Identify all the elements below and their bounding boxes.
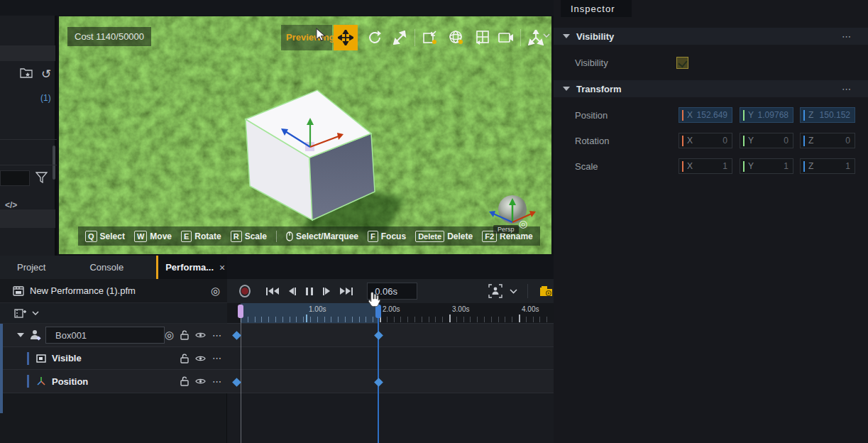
- section-transform[interactable]: Transform ⋯: [554, 80, 868, 97]
- gizmo-settings-icon[interactable]: ◎: [519, 218, 527, 229]
- track-name-input[interactable]: Box001: [45, 327, 165, 344]
- scale-tool-button[interactable]: [388, 25, 412, 50]
- skip-to-start-button[interactable]: [266, 288, 279, 295]
- move-tool-button[interactable]: [334, 25, 358, 50]
- history-icon[interactable]: ↺: [41, 67, 51, 82]
- position-z-field[interactable]: Z 150.152: [800, 107, 855, 123]
- ruler-label: 3.00s: [452, 305, 469, 313]
- step-forward-button[interactable]: [323, 288, 330, 295]
- sidebar-list-item[interactable]: [0, 209, 55, 228]
- axis-x-colorbar: [682, 161, 683, 172]
- scale-y-field[interactable]: Y 1: [740, 158, 793, 174]
- divider: [0, 165, 57, 165]
- top-strip: [0, 0, 554, 16]
- collapse-arrow-icon[interactable]: [563, 87, 570, 91]
- position-y-field[interactable]: Y 1.09768: [740, 107, 793, 123]
- chevron-down-icon[interactable]: [543, 33, 550, 38]
- axis-z-colorbar: [803, 161, 805, 172]
- skip-to-end-button[interactable]: [340, 288, 353, 295]
- unlock-icon[interactable]: [180, 330, 189, 340]
- target-icon[interactable]: ◎: [165, 329, 174, 341]
- eye-icon[interactable]: [195, 332, 206, 339]
- track-row-visible[interactable]: Visible ⋯: [0, 347, 227, 370]
- playback-toolbar: 0.06s: [227, 279, 554, 303]
- section-visibility[interactable]: Visibility ⋯: [554, 28, 868, 45]
- film-icon: [13, 286, 24, 296]
- record-dot: [241, 288, 248, 295]
- chevron-down-icon[interactable]: [32, 311, 39, 315]
- track-indent-bar: [27, 352, 29, 365]
- lane-box001[interactable]: [227, 324, 554, 347]
- transform-space-icon[interactable]: [524, 25, 548, 50]
- lane-position[interactable]: [227, 370, 554, 393]
- focus-actor-icon[interactable]: [488, 284, 502, 298]
- left-sidebar: ↺ (1) </>: [0, 16, 57, 256]
- sidebar-list-item[interactable]: [0, 45, 55, 61]
- code-view-icon[interactable]: </>: [5, 200, 17, 210]
- ruler-major-tick: [519, 315, 520, 322]
- track-toolbar: [0, 303, 227, 324]
- rotation-x-field[interactable]: X 0: [679, 133, 732, 148]
- favorite-folder-icon[interactable]: [20, 67, 33, 78]
- unlock-icon[interactable]: [180, 376, 189, 386]
- current-time-field[interactable]: 0.06s: [367, 283, 417, 300]
- section-menu-icon[interactable]: ⋯: [842, 84, 852, 94]
- lane-visible[interactable]: [227, 347, 554, 370]
- record-button[interactable]: [239, 285, 251, 297]
- tab-inspector[interactable]: Inspector: [561, 0, 632, 17]
- hotkey-separator: [276, 231, 277, 242]
- axis-y-colorbar: [743, 161, 745, 172]
- timeline-region: 0.06s 1.00s 2.00: [227, 256, 554, 443]
- more-icon[interactable]: ⋯: [212, 376, 221, 387]
- rotation-y-field[interactable]: Y 0: [740, 133, 793, 148]
- previewing-label: Previewing: [286, 32, 335, 43]
- snap-rotate-icon[interactable]: [444, 25, 468, 50]
- hotkey-focus: FFocus: [368, 231, 406, 242]
- section-menu-icon[interactable]: ⋯: [842, 31, 852, 42]
- toolbar-separator: [414, 29, 415, 46]
- target-icon[interactable]: ◎: [211, 285, 220, 297]
- playhead-handle[interactable]: [375, 305, 381, 318]
- range-start-marker[interactable]: [238, 305, 243, 318]
- track-row-position[interactable]: Position ⋯: [0, 370, 227, 393]
- perspective-label[interactable]: Persp: [493, 225, 519, 234]
- rotate-tool-button[interactable]: [363, 25, 387, 50]
- track-row-box001[interactable]: Box001 ◎ ⋯: [0, 324, 227, 347]
- scale-z-field[interactable]: Z 1: [800, 158, 855, 174]
- grid-snap-icon[interactable]: [470, 25, 494, 50]
- scene-cube[interactable]: [59, 16, 551, 254]
- collapse-arrow-icon[interactable]: [563, 34, 570, 38]
- snap-move-icon[interactable]: [418, 25, 442, 50]
- viewport-3d[interactable]: Cost 1140/50000 Previewing: [59, 16, 551, 254]
- scale-x-field[interactable]: X 1: [679, 158, 732, 174]
- count-badge: (1): [40, 93, 51, 103]
- add-track-icon[interactable]: [14, 308, 26, 319]
- sidebar-scrollbar[interactable]: [53, 146, 55, 180]
- unlock-icon[interactable]: [180, 354, 189, 363]
- chevron-down-icon[interactable]: [510, 289, 517, 294]
- key-visibility-icon[interactable]: [539, 285, 554, 297]
- track-indent-bar: [27, 375, 29, 388]
- ruler-label: 4.00s: [522, 305, 539, 313]
- expand-arrow-icon[interactable]: [17, 333, 24, 337]
- camera-icon[interactable]: [494, 25, 518, 50]
- tab-console[interactable]: Console: [82, 256, 131, 279]
- more-icon[interactable]: ⋯: [212, 353, 221, 363]
- tab-performance[interactable]: Performa... ×: [156, 256, 232, 279]
- more-icon[interactable]: ⋯: [212, 330, 221, 341]
- visibility-checkbox[interactable]: [676, 57, 688, 69]
- rotation-z-field[interactable]: Z 0: [800, 133, 855, 148]
- filter-icon[interactable]: [35, 172, 48, 183]
- close-icon[interactable]: ×: [219, 262, 225, 273]
- playhead-line[interactable]: [378, 303, 379, 443]
- eye-icon[interactable]: [195, 355, 206, 362]
- step-back-button[interactable]: [289, 288, 296, 295]
- pause-button[interactable]: [306, 288, 313, 295]
- search-input[interactable]: [0, 170, 30, 186]
- position-x-field[interactable]: X 152.649: [679, 107, 732, 123]
- performance-file-row[interactable]: New Performance (1).pfm ◎: [0, 279, 227, 303]
- timeline-ruler[interactable]: 1.00s 2.00s 3.00s 4.00s: [227, 303, 554, 324]
- tab-project[interactable]: Project: [10, 256, 53, 279]
- hotkey-delete: DeleteDelete: [415, 231, 473, 242]
- eye-icon[interactable]: [195, 378, 206, 385]
